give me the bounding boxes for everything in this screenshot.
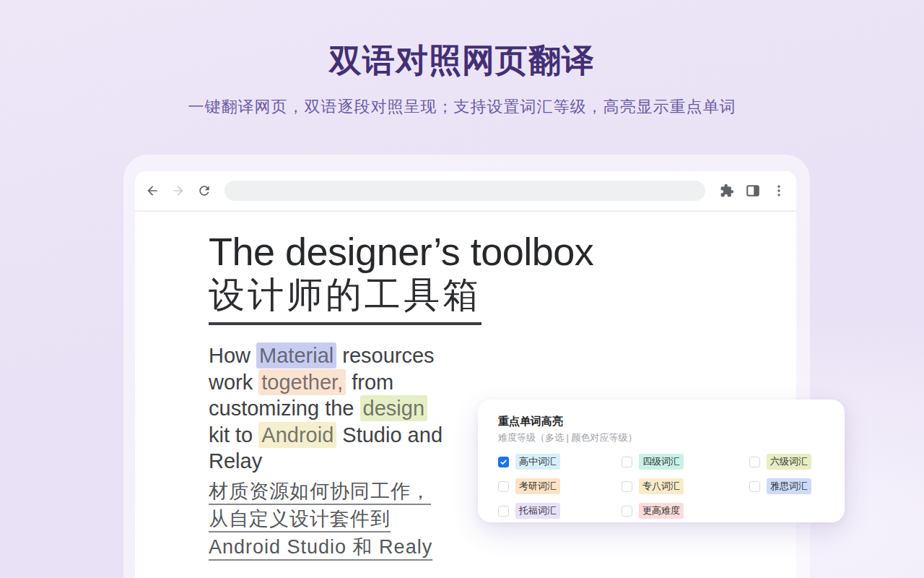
- vocab-label[interactable]: 高中词汇: [515, 454, 560, 470]
- article-title-zh-text: 设计师的工具箱: [209, 272, 481, 325]
- reload-icon: [197, 184, 212, 198]
- paragraph-text: customizing the: [209, 397, 360, 420]
- vocab-label[interactable]: 六级词汇: [767, 454, 811, 470]
- paragraph-text: resources: [336, 344, 434, 367]
- paragraph-line-en: How Material resources: [209, 342, 796, 369]
- paragraph-text: kit to: [209, 423, 258, 447]
- vocab-options-grid: 高中词汇四级词汇六级词汇考研词汇专八词汇雅思词汇托福词汇更高难度: [498, 454, 824, 519]
- paragraph-text: work: [209, 371, 258, 394]
- paragraph-line-zh: Android Studio 和 Realy: [209, 533, 796, 561]
- checkbox-unchecked-icon[interactable]: [498, 506, 509, 517]
- panel-title: 重点单词高亮: [498, 413, 824, 428]
- highlighted-word: together,: [258, 369, 346, 395]
- translated-text: 从自定义设计套件到: [209, 508, 391, 530]
- highlighted-word: Material: [256, 342, 336, 368]
- paragraph-text: How: [209, 344, 256, 367]
- highlighted-word: design: [360, 395, 427, 421]
- article-title-zh-translation: 设计师的工具箱: [209, 272, 796, 325]
- vocab-label[interactable]: 四级词汇: [639, 454, 684, 470]
- vocab-option[interactable]: 考研词汇: [498, 478, 622, 494]
- checkbox-unchecked-icon[interactable]: [622, 457, 632, 467]
- vocab-label[interactable]: 更高难度: [639, 503, 684, 519]
- back-arrow-icon: [145, 184, 160, 198]
- extensions-puzzle-icon: [720, 184, 734, 198]
- extensions-button[interactable]: [714, 178, 740, 204]
- checkbox-unchecked-icon[interactable]: [749, 481, 760, 492]
- checkbox-unchecked-icon[interactable]: [622, 506, 632, 517]
- translated-text: 材质资源如何协同工作，: [209, 480, 431, 502]
- checkbox-checked-icon[interactable]: [498, 457, 509, 467]
- hero-title: 双语对照网页翻译: [0, 39, 924, 82]
- address-bar[interactable]: [225, 181, 705, 201]
- vocab-option[interactable]: 雅思词汇: [749, 478, 824, 494]
- paragraph-text: from: [346, 371, 393, 394]
- menu-button[interactable]: [766, 178, 792, 204]
- page-background: 双语对照网页翻译 一键翻译网页，双语逐段对照呈现；支持设置词汇等级，高亮显示重点…: [0, 0, 924, 578]
- reload-button[interactable]: [191, 178, 217, 204]
- vocab-label[interactable]: 考研词汇: [515, 478, 560, 494]
- checkbox-unchecked-icon[interactable]: [498, 481, 509, 492]
- checkbox-unchecked-icon[interactable]: [622, 481, 632, 492]
- translated-text: Android Studio 和 Realy: [209, 536, 432, 558]
- highlighted-word: Android: [258, 422, 336, 448]
- vocab-option[interactable]: 专八词汇: [622, 478, 749, 494]
- checkbox-unchecked-icon[interactable]: [749, 457, 760, 467]
- vocab-option[interactable]: 四级词汇: [622, 454, 749, 470]
- forward-arrow-icon: [171, 184, 186, 198]
- forward-button[interactable]: [165, 178, 191, 204]
- hero-subtitle: 一键翻译网页，双语逐段对照呈现；支持设置词汇等级，高亮显示重点单词: [0, 96, 924, 118]
- side-panel-icon: [746, 184, 760, 198]
- vocab-label[interactable]: 雅思词汇: [767, 478, 811, 494]
- paragraph-line-en: work together, from: [209, 369, 796, 396]
- vocab-label[interactable]: 专八词汇: [639, 478, 684, 494]
- vocab-option[interactable]: 六级词汇: [749, 454, 824, 470]
- article-title-en: The designer’s toolbox: [209, 230, 796, 272]
- highlight-settings-panel: 重点单词高亮 难度等级（多选 | 颜色对应等级） 高中词汇四级词汇六级词汇考研词…: [478, 400, 845, 522]
- vocab-option[interactable]: 托福词汇: [498, 503, 622, 519]
- menu-kebab-icon: [772, 184, 786, 198]
- browser-toolbar: [135, 171, 796, 212]
- vocab-option[interactable]: 高中词汇: [498, 454, 622, 470]
- paragraph-text: Relay: [209, 449, 262, 473]
- back-button[interactable]: [139, 178, 165, 204]
- vocab-option[interactable]: 更高难度: [622, 503, 749, 519]
- panel-subtitle: 难度等级（多选 | 颜色对应等级）: [498, 431, 824, 444]
- paragraph-text: Studio and: [336, 423, 443, 447]
- vocab-label[interactable]: 托福词汇: [515, 503, 560, 519]
- side-panel-button[interactable]: [740, 178, 766, 204]
